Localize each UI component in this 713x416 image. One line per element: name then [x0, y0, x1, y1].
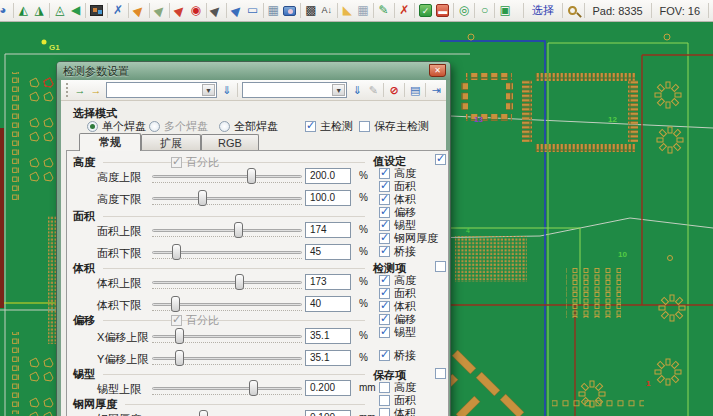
check-percent-offset[interactable]: 百分比: [171, 313, 219, 328]
height-upper-value[interactable]: 200.0: [305, 168, 351, 184]
target-circle-icon[interactable]: ◎: [456, 2, 472, 19]
area-lower-slider[interactable]: [152, 243, 302, 263]
tab-extended[interactable]: 扩展: [141, 134, 201, 151]
volume-lower-value[interactable]: 40: [305, 296, 351, 312]
tab-general[interactable]: 常规: [79, 133, 141, 151]
slider-track[interactable]: [152, 229, 302, 232]
solder-shape-value[interactable]: 0.200: [305, 380, 351, 396]
x-offset-slider[interactable]: [152, 327, 302, 347]
height-lower-slider[interactable]: [152, 189, 302, 209]
grid-icon[interactable]: ▦: [355, 2, 371, 19]
area-lower-value[interactable]: 45: [305, 244, 351, 260]
pin-green-icon[interactable]: ▶: [148, 0, 171, 22]
dialog-titlebar[interactable]: 检测参数设置 ✕: [57, 62, 450, 80]
toolbar-grip[interactable]: [66, 83, 69, 97]
separator: [394, 3, 395, 18]
profile-combobox-2[interactable]: ▼: [242, 82, 347, 98]
exit-icon[interactable]: ⇥: [428, 82, 444, 98]
ruler-icon[interactable]: ◣: [339, 2, 355, 19]
pin-orange-icon[interactable]: ▶: [127, 0, 150, 22]
check-main-detect[interactable]: 主检测: [305, 119, 353, 134]
area-upper-value[interactable]: 174: [305, 222, 351, 238]
confirm-icon[interactable]: ✓: [419, 4, 432, 17]
unit-label: %: [359, 192, 368, 203]
pin-black-icon[interactable]: ▶: [205, 0, 228, 22]
volume-upper-value[interactable]: 173: [305, 274, 351, 290]
edit-chart-icon[interactable]: ✎: [376, 2, 392, 19]
history-icon[interactable]: ◕: [0, 2, 11, 19]
load-profile-icon[interactable]: →: [72, 82, 88, 98]
import-profile-icon[interactable]: →: [88, 82, 104, 98]
cancel-icon[interactable]: ⊘: [386, 82, 402, 98]
y-offset-value[interactable]: 35.1: [305, 350, 351, 366]
sort-az-icon[interactable]: A↓: [319, 2, 335, 19]
tab-rgb[interactable]: RGB: [201, 134, 259, 151]
check-item[interactable]: 桥接: [379, 348, 416, 363]
close-button[interactable]: ✕: [429, 64, 446, 77]
fiducial-b-icon[interactable]: ◮: [31, 2, 47, 19]
slider-thumb[interactable]: [249, 380, 258, 396]
dialog-title: 检测参数设置: [63, 64, 129, 79]
unit-label: %: [359, 352, 368, 363]
detect-items-master-checkbox[interactable]: [435, 261, 446, 272]
select-mode-label[interactable]: 选择: [532, 3, 554, 18]
value-settings-master-checkbox[interactable]: [435, 154, 446, 165]
checkbox-icon: [379, 168, 390, 179]
camera-icon[interactable]: [283, 6, 296, 16]
apply-profile-icon[interactable]: ⇓: [219, 82, 235, 98]
y-offset-slider[interactable]: [152, 349, 302, 369]
grid-window-icon[interactable]: ▦: [265, 2, 281, 19]
height-upper-slider[interactable]: [152, 167, 302, 187]
slider-track[interactable]: [152, 175, 302, 178]
profile-combobox-1[interactable]: ▼: [106, 82, 217, 98]
camera-chip-icon[interactable]: [90, 5, 103, 16]
radio-all-pads[interactable]: 全部焊盘: [219, 119, 278, 134]
check-save-main-detect[interactable]: 保存主检测: [359, 119, 429, 134]
edit-icon[interactable]: ✎: [365, 82, 381, 98]
separator: [49, 3, 50, 18]
check-item[interactable]: 锡型: [379, 325, 416, 340]
zoom-icon[interactable]: [568, 6, 577, 15]
slider-thumb[interactable]: [175, 328, 184, 344]
area-upper-slider[interactable]: [152, 221, 302, 241]
square-icon[interactable]: ▣: [497, 2, 513, 19]
slider-thumb[interactable]: [247, 168, 256, 184]
stencil-thickness-value[interactable]: 0.100: [305, 410, 351, 416]
slider-thumb[interactable]: [234, 222, 243, 238]
volume-upper-slider[interactable]: [152, 273, 302, 293]
save-items-master-checkbox[interactable]: [435, 368, 446, 379]
slider-thumb[interactable]: [198, 190, 207, 206]
radio-single-pad[interactable]: 单个焊盘: [87, 119, 146, 134]
save-icon[interactable]: ▤: [407, 82, 423, 98]
radio-icon: [219, 121, 230, 132]
x-offset-value[interactable]: 35.1: [305, 328, 351, 344]
slider-track[interactable]: [152, 387, 302, 390]
slider-thumb[interactable]: [172, 244, 181, 260]
dialog-toolbar: → → ▼ ⇓ ▼ ⇓ ✎ ⊘ ▤ ⇥: [61, 80, 446, 101]
chevron-down-icon[interactable]: ▼: [332, 84, 345, 96]
fiducial-a-icon[interactable]: ◭: [16, 2, 32, 19]
horn-icon[interactable]: ◀: [68, 2, 84, 19]
pad-matrix: [566, 268, 621, 318]
check-item[interactable]: 体积: [379, 406, 416, 416]
slider-track[interactable]: [152, 197, 302, 200]
slider-thumb[interactable]: [199, 410, 208, 416]
slider-thumb[interactable]: [175, 350, 184, 366]
slider-track[interactable]: [152, 281, 302, 284]
stencil-thickness-slider[interactable]: [152, 409, 302, 416]
stop-icon[interactable]: ▬: [436, 4, 449, 17]
slider-thumb[interactable]: [235, 274, 244, 290]
radio-multi-pad[interactable]: 多个焊盘: [149, 119, 208, 134]
delete-icon[interactable]: ✗: [396, 2, 412, 19]
apply-profile2-icon[interactable]: ⇓: [349, 82, 365, 98]
height-lower-value[interactable]: 100.0: [305, 190, 351, 206]
circle-icon[interactable]: ○: [477, 2, 493, 19]
solder-shape-slider[interactable]: [152, 379, 302, 399]
tiles-icon[interactable]: ▩: [303, 2, 319, 19]
slider-thumb[interactable]: [171, 296, 180, 312]
check-item[interactable]: 桥接: [379, 244, 416, 259]
chevron-down-icon[interactable]: ▼: [202, 84, 215, 96]
prism-icon[interactable]: ◬: [52, 2, 68, 19]
tools-icon[interactable]: ✗: [110, 2, 126, 19]
volume-lower-slider[interactable]: [152, 295, 302, 315]
